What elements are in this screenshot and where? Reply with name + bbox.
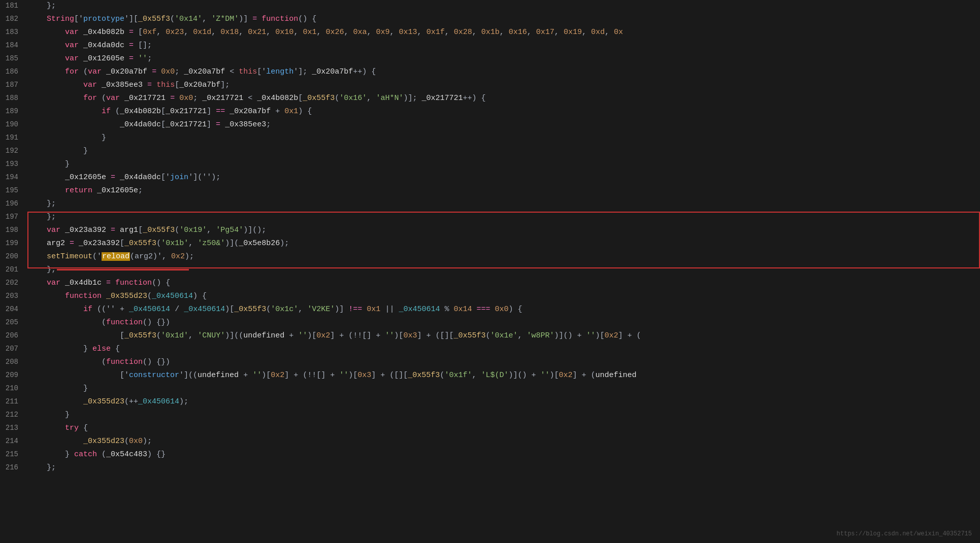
table-row: 188 for (var _0x217721 = 0x0; _0x217721 …: [0, 92, 980, 106]
table-row: 216 };: [0, 462, 980, 475]
reload-highlight: reload: [102, 252, 130, 261]
table-row: 205 (function() {}): [0, 317, 980, 330]
table-row: 197 };: [0, 211, 980, 224]
table-row: 199 arg2 = _0x23a392[_0x55f3('0x1b', 'z5…: [0, 237, 980, 251]
table-row: 198 var _0x23a392 = arg1[_0x55f3('0x19',…: [0, 224, 980, 237]
table-row: 214 _0x355d23(0x0);: [0, 435, 980, 449]
table-row: 185 var _0x12605e = '';: [0, 53, 980, 66]
table-row: 194 _0x12605e = _0x4da0dc['join']('');: [0, 172, 980, 185]
table-row: 195 return _0x12605e;: [0, 185, 980, 198]
table-row: 211 _0x355d23(++_0x450614);: [0, 396, 980, 409]
table-row: 209 ['constructor']((undefined + '')[0x2…: [0, 369, 980, 383]
table-row: 191 }: [0, 132, 980, 145]
table-row: 182 String['prototype'][_0x55f3('0x14', …: [0, 13, 980, 26]
table-row: 208 (function() {}): [0, 356, 980, 369]
table-row: 206 [_0x55f3('0x1d', 'CNUY')]((undefined…: [0, 330, 980, 343]
table-row: 201 };: [0, 264, 980, 277]
table-row: 212 }: [0, 409, 980, 422]
table-row: 181 };: [0, 0, 980, 13]
table-row: 202 var _0x4db1c = function() {: [0, 277, 980, 290]
table-row: 204 if (('' + _0x450614 / _0x450614)[_0x…: [0, 303, 980, 317]
table-row: 187 var _0x385ee3 = this[_0x20a7bf];: [0, 79, 980, 92]
table-row: 190 _0x4da0dc[_0x217721] = _0x385ee3;: [0, 119, 980, 132]
table-row: 189 if (_0x4b082b[_0x217721] == _0x20a7b…: [0, 106, 980, 119]
table-row: 186 for (var _0x20a7bf = 0x0; _0x20a7bf …: [0, 66, 980, 79]
table-row: 215 } catch (_0x54c483) {}: [0, 449, 980, 462]
table-row: 203 function _0x355d23(_0x450614) {: [0, 290, 980, 303]
table-row: 184 var _0x4da0dc = [];: [0, 40, 980, 53]
table-row: 213 try {: [0, 422, 980, 435]
url-watermark: https://blog.csdn.net/weixin_40352715: [837, 529, 972, 539]
table-row: 196 };: [0, 198, 980, 211]
table-row: 193 }: [0, 158, 980, 172]
table-row: 183 var _0x4b082b = [0xf, 0x23, 0x1d, 0x…: [0, 26, 980, 40]
table-row: 192 }: [0, 145, 980, 158]
table-row: 200 setTimeout('reload(arg2)', 0x2);: [0, 251, 980, 264]
table-row: 210 }: [0, 383, 980, 396]
table-row: 207 } else {: [0, 343, 980, 356]
code-editor: 181 }; 182 String['prototype'][_0x55f3('…: [0, 0, 980, 543]
